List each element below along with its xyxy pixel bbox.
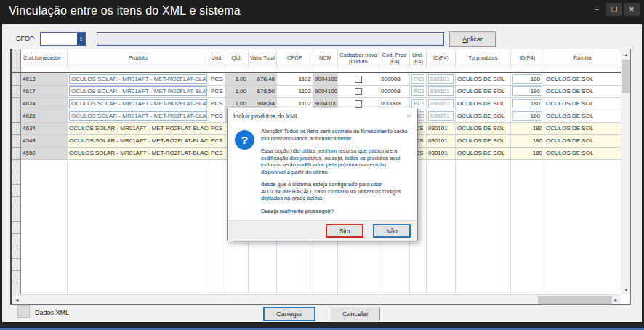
cfop-description-field[interactable]	[97, 32, 444, 46]
empty-cell	[21, 172, 68, 185]
empty-cell	[456, 259, 511, 271]
empty-cell	[209, 185, 225, 197]
xml-data-legend-label: Dados XML	[35, 309, 69, 316]
cell-fam: OCULOS DE SOL	[544, 135, 621, 148]
empty-cell	[456, 246, 511, 259]
empty-cell	[427, 185, 456, 197]
row-selector[interactable]	[12, 123, 21, 135]
family-id-input[interactable]: 180	[512, 99, 542, 108]
id-f4-input[interactable]: 030101	[428, 74, 454, 84]
apply-button[interactable]: Aplicar	[449, 31, 496, 47]
row-selector[interactable]	[12, 148, 21, 160]
column-header-codprod[interactable]: Cod. Prod (F4)	[379, 49, 410, 68]
row-selector	[12, 209, 21, 222]
empty-cell	[456, 271, 511, 283]
vertical-scrollbar[interactable]: ▲ ▼	[621, 49, 630, 294]
column-header-ncm[interactable]: NCM	[313, 49, 338, 68]
product-input[interactable]: OCULOS SOLAR - MR01AFT - MET-RO2FLAT-BLA…	[69, 111, 207, 121]
id-f4-input[interactable]: 030101	[428, 86, 454, 96]
column-header-cod[interactable]: Cod.fornecedor	[21, 49, 68, 68]
empty-cell	[511, 197, 544, 209]
cell-idf4: 030101	[427, 86, 456, 98]
horizontal-scroll-thumb[interactable]	[538, 296, 612, 304]
cell-idf4: 030101	[427, 135, 456, 148]
cell-id2: 180	[511, 86, 544, 98]
row-selector[interactable]	[12, 135, 21, 148]
cell-undf4: PCS	[410, 73, 427, 86]
xml-data-legend-swatch	[17, 305, 30, 318]
cell-cod: 4613	[21, 73, 68, 86]
empty-cell	[544, 172, 621, 185]
row-selector[interactable]	[12, 86, 21, 98]
empty-cell	[427, 197, 456, 209]
empty-cell	[21, 259, 68, 271]
product-input[interactable]: OCULOS SOLAR - MR01AFT - MET-RO2FLAT-BLA…	[69, 99, 207, 108]
cell-fam: OCULOS DE SOL	[544, 110, 621, 123]
cell-und: PCS	[209, 135, 225, 148]
column-header-fam[interactable]: Família	[544, 49, 621, 68]
row-selector[interactable]	[12, 98, 21, 110]
cell-tp: OCULOS DE SOL	[456, 98, 511, 110]
cell-idf4: 030101	[427, 98, 456, 110]
empty-cell	[21, 209, 68, 222]
minimize-button[interactable]: –	[589, 3, 605, 16]
column-header-idf4[interactable]: ID(F4)	[427, 49, 456, 68]
unit-f4-input[interactable]: PCS	[411, 86, 424, 96]
column-header-cfop[interactable]: CFOP	[277, 49, 313, 68]
cell-tp: OCULOS DE SOL	[456, 73, 511, 86]
row-selector[interactable]	[12, 110, 21, 123]
new-product-checkbox[interactable]	[355, 100, 362, 108]
empty-cell	[456, 222, 511, 234]
cell-tp: OCULOS DE SOL	[456, 135, 511, 148]
scroll-down-icon[interactable]: ▼	[621, 285, 631, 294]
cell-cod: 4626	[21, 110, 68, 123]
cancel-button[interactable]: Cancelar	[331, 307, 380, 321]
column-header-tp[interactable]: Tp.produtos	[456, 49, 511, 68]
family-id-input[interactable]: 180	[512, 111, 542, 121]
cfop-label: CFOP	[16, 35, 34, 42]
load-button[interactable]: Carregar	[263, 307, 315, 321]
cell-und: PCS	[209, 110, 225, 123]
empty-cell	[21, 185, 68, 197]
vertical-scroll-thumb[interactable]	[622, 60, 630, 93]
cell-tp: OCULOS DE SOL	[456, 123, 511, 135]
product-input[interactable]: OCULOS SOLAR - MR01AFT - MET-RO2FLAT-BLA…	[69, 74, 207, 84]
family-id-input[interactable]: 180	[512, 74, 542, 84]
column-header-produto[interactable]: Produto	[68, 49, 209, 68]
dialog-close-icon[interactable]: ✕	[406, 113, 411, 120]
row-selector	[12, 222, 21, 234]
empty-cell	[410, 271, 427, 283]
row-selector[interactable]	[12, 73, 21, 86]
cfop-input[interactable]: ▲▼	[40, 32, 86, 46]
dialog-paragraph: desde que o sistema esteja configurado p…	[261, 181, 411, 202]
column-header-chk[interactable]: Cadastrar novo produto	[338, 49, 379, 68]
column-header-und[interactable]: Und.	[209, 49, 225, 68]
column-header-id2[interactable]: ID(F4)	[511, 49, 544, 68]
empty-cell	[427, 222, 456, 234]
scroll-left-icon[interactable]: ◄	[12, 295, 22, 305]
scroll-up-icon[interactable]: ▲	[621, 49, 631, 59]
id-f4-input[interactable]: 030101	[428, 99, 454, 108]
empty-cell	[456, 185, 511, 197]
empty-cell	[544, 160, 621, 172]
restore-button[interactable]: ❐	[606, 3, 622, 16]
no-button[interactable]: Não	[373, 224, 411, 238]
column-header-qtd[interactable]: Qtd.	[225, 49, 249, 68]
yes-button[interactable]: Sim	[326, 224, 363, 238]
horizontal-scrollbar[interactable]: ◄ ►	[12, 294, 621, 304]
cell-ncm: 90041000	[313, 73, 338, 86]
grid-header-strip	[12, 68, 630, 73]
scroll-right-icon[interactable]: ►	[611, 295, 621, 305]
cfop-lookup-spinner-icon[interactable]: ▲▼	[77, 33, 85, 45]
cell-undf4: PCS	[410, 86, 427, 98]
unit-f4-input[interactable]: PCS	[411, 74, 424, 84]
column-header-undf4[interactable]: Und. (F4)	[410, 49, 427, 68]
cell-id2: 180	[511, 148, 544, 160]
product-input[interactable]: OCULOS SOLAR - MR01AFT - MET-RO2FLAT-BLA…	[69, 86, 207, 96]
new-product-checkbox[interactable]	[355, 88, 362, 95]
close-button[interactable]: ✕	[624, 3, 640, 16]
family-id-input[interactable]: 180	[512, 86, 542, 96]
new-product-checkbox[interactable]	[355, 76, 362, 83]
id-f4-input[interactable]: 030101	[428, 111, 454, 121]
column-header-valor[interactable]: Valor Total	[249, 49, 277, 68]
